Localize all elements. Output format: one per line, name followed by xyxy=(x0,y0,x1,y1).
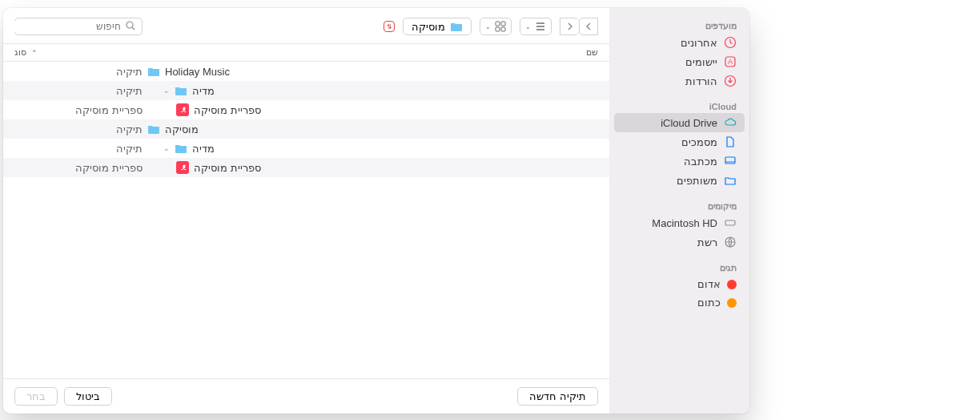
dropdown-indicator[interactable]: ⇅ xyxy=(384,21,395,32)
svg-text:A: A xyxy=(728,58,733,66)
sidebar-heading-icloud: iCloud xyxy=(609,99,749,113)
row-kind-cell: ספריית מוסיקה xyxy=(14,104,143,116)
row-kind-cell: תיקיה xyxy=(14,85,143,97)
cancel-button[interactable]: ביטול xyxy=(64,387,112,406)
sidebar-item-label: יישומים xyxy=(622,56,717,68)
sidebar-item-label: הורדות xyxy=(622,75,717,87)
folder-icon xyxy=(175,142,187,155)
sidebar-item-label: משותפים xyxy=(622,175,717,187)
row-name-label: מוסיקה xyxy=(165,123,199,135)
folder-icon xyxy=(147,123,160,135)
music-library-icon xyxy=(176,103,189,116)
table-row[interactable]: ספריית מוסיקהספריית מוסיקה xyxy=(3,158,609,177)
sidebar-item-applications[interactable]: A יישומים xyxy=(609,52,749,71)
sidebar: מועדפים אחרונים A יישומים הורדות iCloud … xyxy=(609,8,749,414)
new-folder-button[interactable]: תיקיה חדשה xyxy=(517,387,598,406)
tag-dot-icon xyxy=(727,280,737,289)
column-header-kind[interactable]: ⌃ סוג xyxy=(14,47,143,58)
svg-rect-10 xyxy=(501,27,505,31)
row-kind-cell: תיקיה xyxy=(14,123,143,135)
location-popup[interactable]: מוסיקה xyxy=(403,18,472,35)
chevron-down-icon: ⌄ xyxy=(525,23,531,30)
table-row[interactable]: Holiday Musicתיקיה xyxy=(3,62,609,81)
sidebar-item-network[interactable]: רשת xyxy=(609,232,749,252)
row-name-label: ספריית מוסיקה xyxy=(194,104,261,116)
list-header: שם ⌃ סוג xyxy=(3,43,609,62)
svg-rect-7 xyxy=(496,22,500,26)
sidebar-heading-tags: תגים xyxy=(609,260,749,275)
sidebar-tag-red[interactable]: אדום xyxy=(609,275,749,293)
row-name-cell: ספריית מוסיקה xyxy=(143,161,598,174)
location-label: מוסיקה xyxy=(412,21,445,33)
row-name-label: מדיה xyxy=(192,143,215,155)
folder-icon xyxy=(450,20,463,33)
sidebar-item-label: כתום xyxy=(622,297,721,309)
tag-dot-icon xyxy=(727,298,737,308)
sidebar-item-label: אדום xyxy=(622,278,721,290)
row-kind-cell: תיקיה xyxy=(14,66,143,78)
dialog-footer: תיקיה חדשה ביטול בחר xyxy=(3,378,609,414)
table-row[interactable]: מדיה⌄תיקיה xyxy=(3,81,609,100)
downloads-icon xyxy=(724,75,737,87)
sidebar-item-label: iCloud Drive xyxy=(622,117,717,129)
column-kind-label: סוג xyxy=(14,47,26,58)
row-name-cell: Holiday Music xyxy=(143,65,598,78)
view-group-button[interactable]: ⌄ xyxy=(480,18,512,35)
row-name-cell: מדיה⌄ xyxy=(143,84,598,97)
sidebar-item-label: מכתבה xyxy=(622,155,717,168)
shared-folder-icon xyxy=(724,174,737,187)
nav-forward-button[interactable] xyxy=(560,18,579,35)
sidebar-item-macintosh-hd[interactable]: Macintosh HD xyxy=(609,213,749,232)
table-row[interactable]: מדיה⌄תיקיה xyxy=(3,139,609,158)
svg-rect-4 xyxy=(725,157,735,164)
svg-rect-9 xyxy=(496,27,500,31)
sidebar-item-downloads[interactable]: הורדות xyxy=(609,71,749,91)
column-header-name[interactable]: שם xyxy=(143,47,598,58)
disclosure-triangle-icon[interactable]: ⌄ xyxy=(162,144,170,152)
sidebar-item-label: אחרונים xyxy=(622,37,717,49)
table-row[interactable]: מוסיקהתיקיה xyxy=(3,119,609,139)
desktop-icon xyxy=(724,155,737,168)
sidebar-heading-locations: מיקומים xyxy=(609,198,749,213)
choose-button[interactable]: בחר xyxy=(14,387,58,406)
chevron-down-icon: ⌄ xyxy=(485,23,491,30)
sort-caret-icon: ⌃ xyxy=(31,49,38,57)
search-icon xyxy=(126,19,135,34)
row-kind-cell: תיקיה xyxy=(14,143,143,155)
row-name-cell: מדיה⌄ xyxy=(143,142,598,155)
music-library-icon xyxy=(176,161,189,174)
view-list-button[interactable]: ⌄ xyxy=(520,18,552,35)
finder-open-dialog: מועדפים אחרונים A יישומים הורדות iCloud … xyxy=(3,8,749,414)
file-list: Holiday Musicתיקיהמדיה⌄תיקיהספריית מוסיק… xyxy=(3,62,609,378)
row-name-label: Holiday Music xyxy=(165,66,230,78)
nav-buttons xyxy=(560,18,598,35)
table-row[interactable]: ספריית מוסיקהספריית מוסיקה xyxy=(3,100,609,119)
updown-icon: ⇅ xyxy=(387,23,392,30)
applications-icon: A xyxy=(724,55,737,68)
search-field[interactable] xyxy=(14,18,143,35)
sidebar-item-documents[interactable]: מסמכים xyxy=(609,132,749,151)
sidebar-item-shared[interactable]: משותפים xyxy=(609,171,749,190)
clock-icon xyxy=(724,36,737,49)
sidebar-item-label: Macintosh HD xyxy=(622,217,717,229)
disclosure-triangle-icon[interactable]: ⌄ xyxy=(162,87,170,95)
network-icon xyxy=(724,236,737,248)
sidebar-item-recents[interactable]: אחרונים xyxy=(609,33,749,52)
sidebar-item-label: רשת xyxy=(622,236,717,248)
folder-icon xyxy=(147,65,160,78)
nav-back-button[interactable] xyxy=(579,18,598,35)
row-name-label: מדיה xyxy=(192,85,215,97)
sidebar-item-icloud-drive[interactable]: iCloud Drive xyxy=(614,113,745,132)
toolbar: ⌄ ⌄ מוסיקה ⇅ xyxy=(3,8,609,43)
sidebar-item-label: מסמכים xyxy=(622,136,717,148)
cloud-icon xyxy=(724,116,737,129)
document-icon xyxy=(724,135,737,148)
disk-icon xyxy=(724,216,737,229)
svg-rect-8 xyxy=(501,22,505,26)
sidebar-tag-orange[interactable]: כתום xyxy=(609,293,749,312)
row-name-cell: מוסיקה xyxy=(143,123,598,135)
search-input[interactable] xyxy=(3,21,121,32)
sidebar-item-desktop[interactable]: מכתבה xyxy=(609,151,749,171)
sidebar-heading-favorites: מועדפים xyxy=(609,18,749,33)
row-name-cell: ספריית מוסיקה xyxy=(143,103,598,116)
